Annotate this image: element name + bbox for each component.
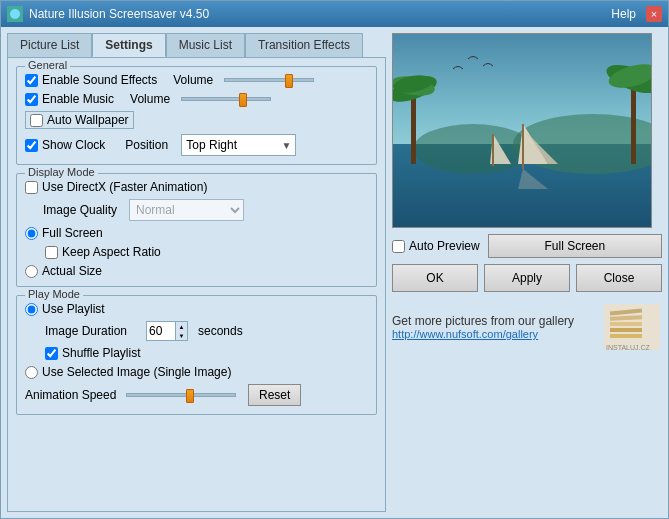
use-playlist-label[interactable]: Use Playlist: [25, 302, 105, 316]
svg-rect-6: [411, 94, 416, 164]
main-window: Nature Illusion Screensaver v4.50 Help ×…: [0, 0, 669, 519]
image-duration-row: Image Duration 60 ▲ ▼ seconds: [25, 321, 368, 341]
close-button[interactable]: ×: [646, 6, 662, 22]
enable-sound-checkbox[interactable]: [25, 74, 38, 87]
duration-up-arrow[interactable]: ▲: [175, 322, 187, 331]
use-single-radio[interactable]: [25, 366, 38, 379]
show-clock-label[interactable]: Show Clock: [25, 138, 105, 152]
right-panel: Auto Preview Full Screen OK Apply Close …: [392, 33, 662, 512]
enable-sound-label[interactable]: Enable Sound Effects: [25, 73, 157, 87]
play-mode-group: Play Mode Use Playlist Image Duration 60: [16, 295, 377, 415]
gallery-section: Get more pictures from our gallery http:…: [392, 302, 662, 352]
svg-rect-10: [631, 84, 636, 164]
auto-wallpaper-row: Auto Wallpaper: [25, 111, 368, 129]
shuffle-checkbox[interactable]: [45, 347, 58, 360]
keep-aspect-row: Keep Aspect Ratio: [25, 245, 368, 259]
full-screen-label[interactable]: Full Screen: [25, 226, 103, 240]
tab-settings[interactable]: Settings: [92, 33, 165, 57]
tab-bar: Picture List Settings Music List Transit…: [7, 33, 386, 57]
ok-button[interactable]: OK: [392, 264, 478, 292]
animation-speed-label: Animation Speed: [25, 388, 120, 402]
settings-tab-content: General Enable Sound Effects Volume: [7, 57, 386, 512]
dropdown-arrow-icon: ▼: [281, 140, 291, 151]
show-clock-row: Show Clock Position Top Right ▼: [25, 134, 368, 156]
app-icon: [7, 6, 23, 22]
full-screen-button[interactable]: Full Screen: [488, 234, 662, 258]
sound-volume-slider[interactable]: [224, 78, 319, 82]
enable-music-label[interactable]: Enable Music: [25, 92, 114, 106]
shuffle-label[interactable]: Shuffle Playlist: [45, 346, 141, 360]
svg-rect-22: [610, 322, 642, 326]
instaluj-logo-svg: INSTALUJ.CZ: [602, 302, 662, 352]
actual-size-radio[interactable]: [25, 265, 38, 278]
svg-point-5: [413, 124, 533, 174]
auto-wallpaper-checkbox[interactable]: Auto Wallpaper: [25, 111, 134, 129]
duration-down-arrow[interactable]: ▼: [175, 331, 187, 340]
animation-speed-slider[interactable]: [126, 393, 236, 397]
gallery-text: Get more pictures from our gallery http:…: [392, 314, 594, 340]
tab-transition-effects[interactable]: Transition Effects: [245, 33, 363, 57]
display-mode-label: Display Mode: [25, 166, 98, 178]
tab-picture-list[interactable]: Picture List: [7, 33, 92, 57]
help-button[interactable]: Help: [611, 7, 636, 21]
use-directx-row: Use DirectX (Faster Animation): [25, 180, 368, 194]
actual-size-row: Actual Size: [25, 264, 368, 278]
image-duration-label: Image Duration: [45, 324, 140, 338]
auto-preview-row: Auto Preview Full Screen: [392, 234, 662, 258]
display-mode-group: Display Mode Use DirectX (Faster Animati…: [16, 173, 377, 287]
auto-wallpaper-check[interactable]: [30, 114, 43, 127]
gallery-title: Get more pictures from our gallery: [392, 314, 594, 328]
seconds-label: seconds: [198, 324, 243, 338]
svg-rect-15: [522, 124, 524, 169]
show-clock-checkbox[interactable]: [25, 139, 38, 152]
tab-music-list[interactable]: Music List: [166, 33, 245, 57]
left-panel: Picture List Settings Music List Transit…: [7, 33, 386, 512]
preview-svg: [393, 34, 652, 228]
title-bar-right: Help ×: [611, 6, 662, 22]
image-quality-row: Image Quality Normal: [25, 199, 368, 221]
gallery-link[interactable]: http://www.nufsoft.com/gallery: [392, 328, 594, 340]
use-single-row: Use Selected Image (Single Image): [25, 365, 368, 379]
image-duration-input[interactable]: 60 ▲ ▼: [146, 321, 188, 341]
volume-label-2: Volume: [130, 92, 175, 106]
use-directx-label[interactable]: Use DirectX (Faster Animation): [25, 180, 207, 194]
music-volume-slider[interactable]: [181, 97, 276, 101]
close-action-button[interactable]: Close: [576, 264, 662, 292]
title-bar-left: Nature Illusion Screensaver v4.50: [7, 6, 209, 22]
full-screen-radio[interactable]: [25, 227, 38, 240]
svg-rect-24: [610, 334, 642, 338]
auto-preview-checkbox[interactable]: [392, 240, 405, 253]
use-directx-checkbox[interactable]: [25, 181, 38, 194]
gallery-logo: INSTALUJ.CZ: [602, 302, 662, 352]
enable-sound-row: Enable Sound Effects Volume: [25, 73, 368, 87]
preview-image: [392, 33, 652, 228]
svg-rect-23: [610, 328, 642, 332]
keep-aspect-checkbox[interactable]: [45, 246, 58, 259]
play-mode-label: Play Mode: [25, 288, 83, 300]
svg-point-1: [10, 9, 20, 19]
reset-button[interactable]: Reset: [248, 384, 301, 406]
content-area: Picture List Settings Music List Transit…: [1, 27, 668, 518]
svg-text:INSTALUJ.CZ: INSTALUJ.CZ: [606, 344, 651, 351]
animation-speed-row: Animation Speed Reset: [25, 384, 368, 406]
apply-button[interactable]: Apply: [484, 264, 570, 292]
actual-size-label[interactable]: Actual Size: [25, 264, 102, 278]
shuffle-row: Shuffle Playlist: [25, 346, 368, 360]
use-playlist-row: Use Playlist: [25, 302, 368, 316]
general-group-label: General: [25, 59, 70, 71]
duration-arrows: ▲ ▼: [175, 322, 187, 340]
use-playlist-radio[interactable]: [25, 303, 38, 316]
image-quality-select[interactable]: Normal: [129, 199, 244, 221]
image-quality-label: Image Quality: [43, 203, 123, 217]
full-screen-row: Full Screen: [25, 226, 368, 240]
position-dropdown[interactable]: Top Right ▼: [181, 134, 296, 156]
title-bar: Nature Illusion Screensaver v4.50 Help ×: [1, 1, 668, 27]
use-single-label[interactable]: Use Selected Image (Single Image): [25, 365, 231, 379]
auto-preview-label[interactable]: Auto Preview: [392, 239, 480, 253]
keep-aspect-label[interactable]: Keep Aspect Ratio: [45, 245, 161, 259]
enable-music-checkbox[interactable]: [25, 93, 38, 106]
general-group: General Enable Sound Effects Volume: [16, 66, 377, 165]
duration-value[interactable]: 60: [147, 322, 175, 340]
action-buttons: OK Apply Close: [392, 264, 662, 292]
window-title: Nature Illusion Screensaver v4.50: [29, 7, 209, 21]
